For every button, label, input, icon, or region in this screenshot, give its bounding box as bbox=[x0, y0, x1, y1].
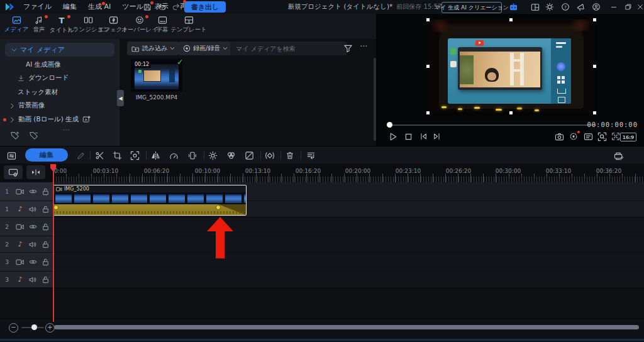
sidebar-item-downloads[interactable]: ダウンロード bbox=[18, 74, 69, 82]
preview-zoom-icon[interactable] bbox=[596, 131, 608, 142]
track-lock-icon[interactable] bbox=[39, 241, 52, 248]
undo-icon[interactable] bbox=[157, 2, 167, 12]
transform-handle[interactable] bbox=[426, 111, 430, 114]
my-ai-creation-button[interactable]: マイ 生成 AI クリエーション bbox=[441, 2, 502, 13]
transform-handle[interactable] bbox=[426, 65, 430, 68]
preview-playhead-handle[interactable] bbox=[387, 122, 392, 128]
tag-remove-icon[interactable] bbox=[29, 131, 39, 140]
playhead-line[interactable] bbox=[53, 165, 54, 322]
sidebar-more-indicator[interactable]: ⋯ bbox=[63, 126, 71, 134]
aspect-ratio-badge[interactable]: 16:9 bbox=[620, 133, 636, 141]
track-header[interactable]: 2 bbox=[0, 218, 53, 236]
redo-icon[interactable] bbox=[171, 2, 181, 12]
media-search-input[interactable] bbox=[230, 41, 347, 55]
minimize-button[interactable] bbox=[609, 2, 619, 12]
track-lock-icon[interactable] bbox=[39, 223, 52, 231]
track-lane[interactable] bbox=[53, 236, 644, 252]
ai-copilot-icon[interactable] bbox=[508, 2, 518, 12]
transform-handle[interactable] bbox=[509, 18, 513, 21]
speed-icon[interactable] bbox=[169, 150, 179, 161]
media-clip-thumbnail[interactable]: 00:12 ✓ bbox=[131, 59, 182, 92]
more-options-icon[interactable]: ⋯ bbox=[360, 41, 368, 50]
track-lock-icon[interactable] bbox=[39, 276, 52, 284]
track-visibility-icon[interactable] bbox=[26, 224, 39, 229]
restore-button[interactable] bbox=[623, 2, 633, 12]
track-lane[interactable] bbox=[53, 218, 644, 236]
track-mute-icon[interactable] bbox=[26, 241, 39, 248]
sidebar-item-ai-images[interactable]: AI 生成画像 bbox=[26, 60, 61, 69]
track-header[interactable]: 1 ♪ bbox=[0, 201, 53, 217]
stop-button[interactable] bbox=[402, 131, 414, 142]
delete-trash-icon[interactable] bbox=[284, 150, 295, 161]
track-header[interactable]: 3 bbox=[0, 253, 53, 271]
zoom-out-button[interactable]: − bbox=[9, 323, 18, 333]
split-scissors-icon[interactable] bbox=[94, 150, 105, 161]
workspace-adjust-icon[interactable] bbox=[6, 150, 17, 161]
track-lane[interactable] bbox=[53, 253, 644, 271]
keyframe-icon[interactable] bbox=[264, 150, 275, 161]
zoom-slider-handle[interactable] bbox=[31, 324, 37, 330]
fade-out-handle[interactable] bbox=[216, 205, 221, 210]
help-icon[interactable]: ? bbox=[560, 2, 570, 12]
edit-mode-button[interactable]: 編集 bbox=[25, 148, 68, 162]
snapshot-camera-icon[interactable] bbox=[553, 131, 565, 142]
account-icon[interactable] bbox=[591, 2, 601, 12]
sidebar-item-backgrounds[interactable]: 背景画像 bbox=[10, 101, 45, 110]
track-lock-icon[interactable] bbox=[39, 188, 52, 196]
play-button[interactable] bbox=[387, 131, 399, 142]
sidebar-item-broll-generation[interactable]: 動画 (Bロール) 生成 bbox=[10, 115, 91, 124]
settings-gear-icon[interactable] bbox=[545, 2, 555, 12]
next-frame-button[interactable] bbox=[431, 131, 443, 142]
track-mute-icon[interactable] bbox=[26, 206, 39, 212]
menu-edit[interactable]: 編集 bbox=[57, 0, 82, 14]
track-visibility-icon[interactable] bbox=[26, 189, 39, 194]
layout-icon[interactable] bbox=[530, 2, 540, 12]
audio-stretch-icon[interactable] bbox=[306, 150, 316, 161]
track-mute-icon[interactable] bbox=[26, 277, 39, 283]
transform-handle[interactable] bbox=[593, 18, 596, 21]
track-lock-icon[interactable] bbox=[39, 258, 52, 266]
zoom-in-button[interactable]: + bbox=[45, 323, 55, 333]
track-visibility-icon[interactable] bbox=[26, 259, 39, 265]
previous-frame-button[interactable] bbox=[418, 131, 429, 142]
transform-handle[interactable] bbox=[593, 65, 596, 68]
whats-new-megaphone-icon[interactable] bbox=[575, 2, 586, 12]
save-project-icon[interactable] bbox=[142, 2, 152, 12]
timeline-clip-img-5200[interactable]: IMG_5200 bbox=[53, 185, 247, 216]
display-quality-icon[interactable] bbox=[582, 131, 594, 142]
transform-handle[interactable] bbox=[509, 111, 513, 114]
filter-funnel-icon[interactable] bbox=[343, 44, 353, 53]
menu-file[interactable]: ファイル bbox=[18, 0, 57, 14]
preview-seek-bar[interactable] bbox=[391, 124, 596, 126]
transform-handle[interactable] bbox=[593, 111, 596, 114]
stabilization-icon[interactable] bbox=[187, 150, 197, 161]
track-lock-icon[interactable] bbox=[39, 206, 52, 213]
track-manager-button[interactable] bbox=[4, 165, 23, 179]
tag-add-icon[interactable] bbox=[10, 131, 20, 140]
ruler-minor-ticks[interactable] bbox=[53, 177, 644, 182]
track-header[interactable]: 2 ♪ bbox=[0, 236, 53, 252]
sidebar-item-stock-media[interactable]: ストック素材 bbox=[18, 88, 58, 97]
smart-scene-cut-icon[interactable] bbox=[130, 150, 140, 161]
import-button[interactable]: 読み込み bbox=[127, 41, 179, 55]
tab-templates[interactable]: テンプレート bbox=[171, 16, 206, 38]
mirror-flip-icon[interactable] bbox=[150, 150, 161, 161]
color-wheel-icon[interactable] bbox=[226, 150, 236, 161]
quick-split-pen-icon[interactable] bbox=[75, 150, 86, 161]
close-button[interactable] bbox=[635, 2, 644, 12]
lut-icon[interactable] bbox=[244, 150, 255, 161]
crop-icon[interactable] bbox=[112, 150, 123, 161]
menu-generative-ai[interactable]: 生成 AI bbox=[82, 0, 116, 14]
timeline-horizontal-scrollbar[interactable] bbox=[54, 325, 639, 329]
fade-in-handle[interactable] bbox=[53, 205, 58, 210]
track-lane[interactable] bbox=[53, 272, 644, 287]
export-button[interactable]: 書き出し bbox=[184, 1, 226, 13]
batch-render-icon[interactable] bbox=[613, 150, 624, 161]
render-preview-icon[interactable] bbox=[568, 131, 579, 142]
sidebar-item-my-media[interactable]: マイ メディア bbox=[5, 43, 114, 57]
auto-ripple-button[interactable] bbox=[26, 165, 45, 179]
track-header[interactable]: 3 ♪ bbox=[0, 272, 53, 287]
color-correction-icon[interactable] bbox=[208, 150, 218, 161]
panel-collapse-handle[interactable]: ◀ bbox=[117, 90, 124, 106]
track-header[interactable]: 1 bbox=[0, 182, 53, 201]
